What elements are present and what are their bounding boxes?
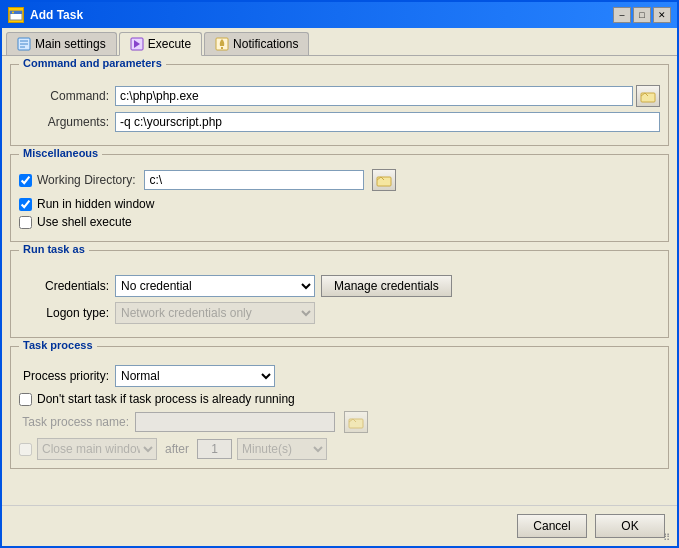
priority-row: Process priority: Normal Idle Below norm…: [19, 365, 660, 387]
close-main-select[interactable]: Close main window: [37, 438, 157, 460]
tabs-bar: Main settings Execute Notifications: [2, 28, 677, 56]
run-hidden-row: Run in hidden window: [19, 197, 660, 211]
command-parameters-title: Command and parameters: [19, 57, 166, 69]
arguments-row: Arguments:: [19, 112, 660, 132]
cancel-button[interactable]: Cancel: [517, 514, 587, 538]
logon-type-select[interactable]: Network credentials only: [115, 302, 315, 324]
run-hidden-label: Run in hidden window: [37, 197, 154, 211]
app-icon: [8, 7, 24, 23]
close-button[interactable]: ✕: [653, 7, 671, 23]
tab-execute[interactable]: Execute: [119, 32, 202, 56]
notifications-icon: [215, 37, 229, 51]
run-hidden-checkbox[interactable]: [19, 198, 32, 211]
priority-label: Process priority:: [19, 369, 109, 383]
run-task-as-title: Run task as: [19, 243, 89, 255]
arguments-input[interactable]: [115, 112, 660, 132]
tab-notifications[interactable]: Notifications: [204, 32, 309, 55]
title-bar-left: Add Task: [8, 7, 83, 23]
manage-credentials-button[interactable]: Manage credentials: [321, 275, 452, 297]
task-process-section: Task process Process priority: Normal Id…: [10, 346, 669, 469]
credentials-row: Credentials: No credential Manage creden…: [19, 275, 660, 297]
tab-execute-label: Execute: [148, 37, 191, 51]
dont-start-row: Don't start task if task process is alre…: [19, 392, 660, 406]
miscellaneous-section: Miscellaneous Working Directory: Run in …: [10, 154, 669, 242]
execute-icon: [130, 37, 144, 51]
title-bar: Add Task – □ ✕: [2, 2, 677, 28]
after-value-input[interactable]: [197, 439, 232, 459]
task-process-name-input[interactable]: [135, 412, 335, 432]
command-input[interactable]: [115, 86, 633, 106]
use-shell-checkbox[interactable]: [19, 216, 32, 229]
footer: Cancel OK: [2, 505, 677, 546]
dont-start-checkbox[interactable]: [19, 393, 32, 406]
logon-type-label: Logon type:: [19, 306, 109, 320]
use-shell-row: Use shell execute: [19, 215, 660, 229]
window-title: Add Task: [30, 8, 83, 22]
dont-start-label: Don't start task if task process is alre…: [37, 392, 295, 406]
maximize-button[interactable]: □: [633, 7, 651, 23]
tab-main-settings[interactable]: Main settings: [6, 32, 117, 55]
svg-point-2: [12, 12, 14, 14]
working-dir-checkbox[interactable]: [19, 174, 32, 187]
resize-grip: ⠿: [663, 532, 675, 544]
working-dir-input[interactable]: [144, 170, 364, 190]
working-dir-browse-button[interactable]: [372, 169, 396, 191]
close-main-row: Close main window after Minute(s) Second…: [19, 438, 660, 460]
content-area: Command and parameters Command: Argument…: [2, 56, 677, 505]
working-dir-label: Working Directory:: [37, 173, 135, 187]
main-settings-icon: [17, 37, 31, 51]
task-process-name-browse-button[interactable]: [344, 411, 368, 433]
command-browse-button[interactable]: [636, 85, 660, 107]
command-parameters-section: Command and parameters Command: Argument…: [10, 64, 669, 146]
miscellaneous-title: Miscellaneous: [19, 147, 102, 159]
working-dir-row: Working Directory:: [19, 169, 660, 191]
tab-main-settings-label: Main settings: [35, 37, 106, 51]
arguments-label: Arguments:: [19, 115, 109, 129]
logon-type-row: Logon type: Network credentials only: [19, 302, 660, 324]
add-task-window: Add Task – □ ✕ Main settings: [0, 0, 679, 548]
tab-notifications-label: Notifications: [233, 37, 298, 51]
after-label: after: [165, 442, 189, 456]
svg-rect-10: [221, 47, 223, 49]
close-main-checkbox[interactable]: [19, 443, 32, 456]
command-row: Command:: [19, 85, 660, 107]
task-process-name-label: Task process name:: [19, 415, 129, 429]
command-label: Command:: [19, 89, 109, 103]
task-process-title: Task process: [19, 339, 97, 351]
window-controls: – □ ✕: [613, 7, 671, 23]
ok-button[interactable]: OK: [595, 514, 665, 538]
credentials-label: Credentials:: [19, 279, 109, 293]
credentials-select[interactable]: No credential: [115, 275, 315, 297]
minimize-button[interactable]: –: [613, 7, 631, 23]
time-unit-select[interactable]: Minute(s) Second(s) Hour(s): [237, 438, 327, 460]
priority-select[interactable]: Normal Idle Below normal Above normal Hi…: [115, 365, 275, 387]
use-shell-label: Use shell execute: [37, 215, 132, 229]
run-task-as-section: Run task as Credentials: No credential M…: [10, 250, 669, 338]
svg-rect-1: [10, 11, 22, 14]
task-process-name-row: Task process name:: [19, 411, 660, 433]
